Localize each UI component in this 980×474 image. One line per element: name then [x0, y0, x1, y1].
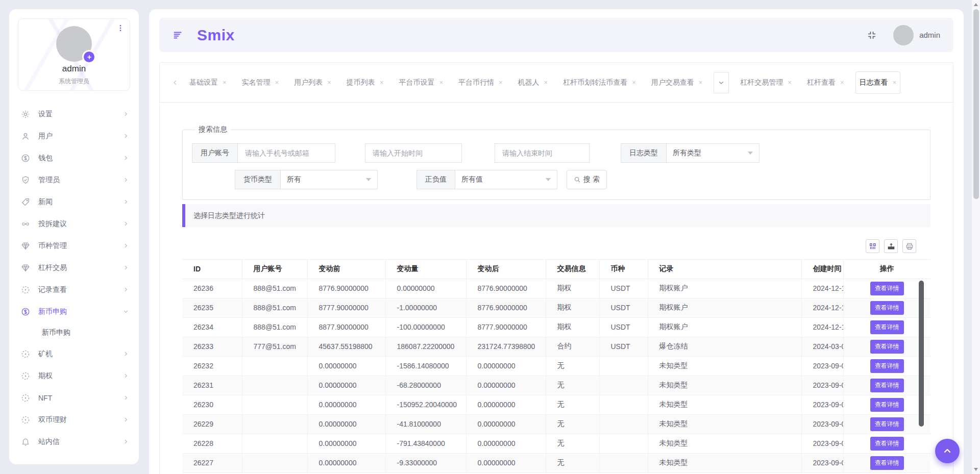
account-input[interactable]	[237, 143, 335, 163]
cell-trade-info: 合约	[546, 337, 599, 356]
column-header[interactable]: 变动前	[307, 260, 385, 279]
sidebar-item-leverage-trade[interactable]: 杠杆交易	[9, 257, 139, 279]
view-details-button[interactable]: 查看详情	[870, 282, 904, 295]
scroll-down-arrow-icon[interactable]	[974, 468, 978, 471]
tab-close-icon[interactable]: ×	[788, 79, 792, 86]
back-to-top-button[interactable]	[935, 439, 960, 463]
sidebar-subitem-new-coin[interactable]: 新币申购	[9, 322, 139, 343]
column-header[interactable]: 交易信息	[546, 260, 599, 279]
tab-close-icon[interactable]: ×	[893, 79, 897, 86]
tab-withdraw-list[interactable]: 提币列表×	[342, 71, 388, 94]
column-header[interactable]: 创建时间	[801, 260, 843, 279]
table-row: 26231 0.00000000 -68.28000000 0.00000000…	[182, 376, 930, 395]
view-details-button[interactable]: 查看详情	[870, 359, 904, 373]
gear-icon	[21, 110, 30, 119]
sidebar-item-label: 杠杆交易	[38, 263, 67, 272]
tabs-dropdown-button[interactable]	[714, 72, 729, 93]
sidebar-item-nft[interactable]: NFT	[9, 387, 139, 409]
cell-change: -1586.14080000	[385, 356, 466, 376]
tab-close-icon[interactable]: ×	[840, 79, 844, 86]
sidebar-item-dual-invest[interactable]: 双币理财	[9, 409, 139, 431]
sidebar-item-label: 管理员	[38, 176, 60, 185]
sidebar-item-records[interactable]: 记录查看	[9, 279, 139, 301]
profile-menu-dots-icon[interactable]	[116, 24, 125, 32]
tab-leverage-transfer-view[interactable]: 杠杆币划转法币查看×	[559, 71, 640, 94]
tab-close-icon[interactable]: ×	[499, 79, 503, 86]
tab-robot[interactable]: 机器人×	[514, 71, 552, 94]
table-scrollbar-thumb[interactable]	[919, 281, 924, 427]
tab-close-icon[interactable]: ×	[223, 79, 227, 86]
end-time-input[interactable]	[495, 143, 590, 163]
view-details-button[interactable]: 查看详情	[870, 340, 904, 354]
profile-avatar[interactable]	[56, 26, 92, 62]
sidebar-item-miner[interactable]: 矿机	[9, 343, 139, 365]
cell-account: 888@51.com	[242, 279, 307, 298]
cell-account: 777@51.com	[242, 337, 307, 356]
view-details-button[interactable]: 查看详情	[870, 320, 904, 334]
tab-leverage-trade-manage[interactable]: 杠杆交易管理×	[736, 71, 796, 94]
page-scrollbar[interactable]	[971, 0, 980, 474]
sidebar-item-options[interactable]: 期权	[9, 365, 139, 387]
profile-role: 系统管理员	[18, 77, 130, 86]
tab-close-icon[interactable]: ×	[327, 79, 331, 86]
sidebar-item-messages[interactable]: 站内信	[9, 431, 139, 453]
sidebar-item-feedback[interactable]: 投拆建议	[9, 213, 139, 235]
sidebar-item-news[interactable]: 新闻	[9, 191, 139, 213]
tab-close-icon[interactable]: ×	[544, 79, 548, 86]
column-header[interactable]: 操作	[843, 260, 930, 279]
sidebar-item-new-coin[interactable]: 新币申购	[9, 301, 139, 322]
cell-actions: 查看详情	[843, 298, 930, 317]
tab-close-icon[interactable]: ×	[275, 79, 279, 86]
hamburger-menu-icon[interactable]	[173, 30, 184, 41]
table-toolbar	[182, 239, 916, 259]
fullscreen-icon[interactable]	[867, 30, 877, 40]
export-button[interactable]	[884, 239, 898, 253]
column-header[interactable]: 用户账号	[242, 260, 307, 279]
tab-user-trade-view[interactable]: 用户交易查看×	[647, 71, 707, 94]
view-details-button[interactable]: 查看详情	[870, 398, 904, 412]
view-details-button[interactable]: 查看详情	[870, 379, 904, 392]
column-header[interactable]: 变动量	[385, 260, 466, 279]
cell-actions: 查看详情	[843, 317, 930, 337]
sidebar-item-settings[interactable]: 设置	[9, 103, 139, 125]
view-details-button[interactable]: 查看详情	[870, 437, 904, 451]
tabs-scroll-left-icon[interactable]	[172, 80, 178, 86]
currency-type-select[interactable]: 所有	[280, 170, 378, 189]
columns-settings-button[interactable]	[866, 239, 879, 253]
column-header[interactable]: 币种	[599, 260, 648, 279]
start-time-input[interactable]	[365, 143, 462, 163]
tab-close-icon[interactable]: ×	[699, 79, 703, 86]
sidebar-item-coin-manage[interactable]: 币种管理	[9, 235, 139, 257]
sign-select[interactable]: 所有值	[455, 170, 557, 189]
avatar-add-icon[interactable]	[82, 50, 96, 64]
tab-platform-coin-settings[interactable]: 平台币设置×	[395, 71, 447, 94]
page-scrollbar-thumb[interactable]	[973, 9, 979, 199]
cell-after: 8777.90000000	[466, 317, 546, 337]
sidebar-item-wallet[interactable]: 钱包	[9, 147, 139, 169]
scroll-up-arrow-icon[interactable]	[974, 3, 978, 6]
tab-close-icon[interactable]: ×	[439, 79, 443, 86]
search-button[interactable]: 搜 索	[567, 170, 607, 189]
column-header[interactable]: 变动后	[466, 260, 546, 279]
topbar-avatar[interactable]	[893, 25, 914, 45]
cell-change: -68.28000000	[385, 376, 466, 395]
tab-close-icon[interactable]: ×	[632, 79, 636, 86]
sidebar-item-users[interactable]: 用户	[9, 125, 139, 147]
sidebar-item-admins[interactable]: 管理员	[9, 169, 139, 191]
tab-close-icon[interactable]: ×	[380, 79, 384, 86]
view-details-button[interactable]: 查看详情	[870, 301, 904, 315]
tab-leverage-view[interactable]: 杠杆查看×	[803, 71, 848, 94]
view-details-button[interactable]: 查看详情	[870, 456, 904, 470]
column-header[interactable]: ID	[182, 260, 242, 279]
view-details-button[interactable]: 查看详情	[870, 417, 904, 431]
tab-realname-manage[interactable]: 实名管理×	[238, 71, 283, 94]
sidebar-item-label: 期权	[38, 371, 53, 381]
currency-type-label: 货币类型	[235, 170, 280, 189]
tab-log-view[interactable]: 日志查看×	[855, 71, 901, 94]
tab-basic-settings[interactable]: 基础设置×	[185, 71, 231, 94]
tab-platform-coin-market[interactable]: 平台币行情×	[454, 71, 507, 94]
column-header[interactable]: 记录	[648, 260, 801, 279]
log-type-select[interactable]: 所有类型	[666, 143, 760, 163]
tab-user-list[interactable]: 用户列表×	[290, 71, 335, 94]
print-button[interactable]	[902, 239, 916, 253]
